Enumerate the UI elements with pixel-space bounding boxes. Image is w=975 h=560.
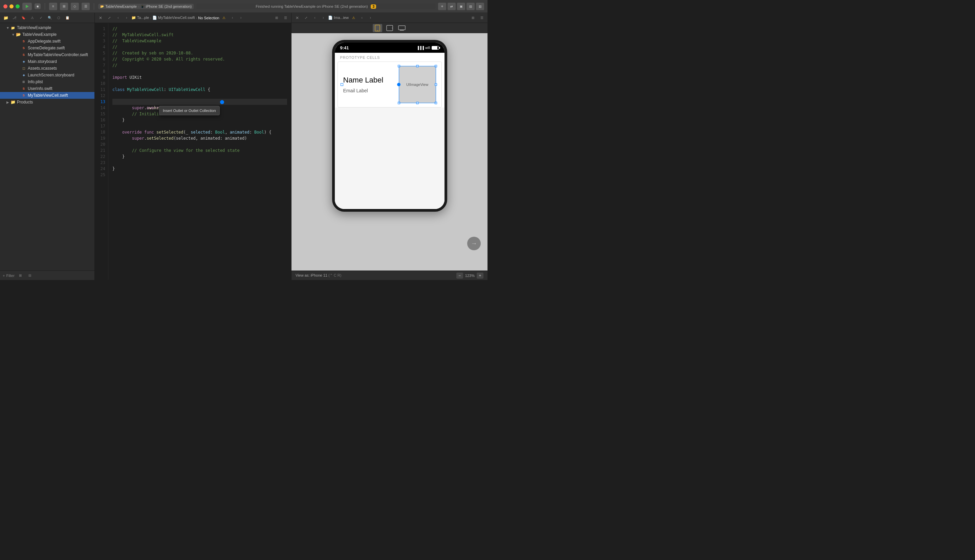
ib-device-mac-btn[interactable]: [397, 24, 406, 32]
ib-breadcrumb: ‹ › 📄 Ima...iew ⚠ ‹ ›: [311, 14, 468, 22]
ib-nav-fwd-2[interactable]: ›: [367, 14, 374, 22]
tree-item-project[interactable]: ▼ 📁 TableViewExample: [0, 24, 94, 31]
code-line-21: // Configure the view for the selected s…: [112, 147, 287, 153]
uiimageview-container[interactable]: UIImageView: [399, 66, 436, 103]
ib-canvas[interactable]: 9:41 ▐▐▐ wifi PROTOTYPE CELLS Name Label: [291, 33, 487, 270]
code-line-4: //: [112, 44, 287, 50]
breadcrumb-symbol[interactable]: No Selection: [198, 16, 219, 20]
nav-back-btn[interactable]: ‹: [114, 14, 122, 22]
nav-breadcrumb-fwd[interactable]: ›: [237, 14, 245, 22]
nav-bookmark-icon[interactable]: 🔖: [20, 14, 27, 22]
tree-item-mytableviewcontroller[interactable]: S MyTableTableViewController.swift: [0, 52, 94, 58]
sel-handle-tr[interactable]: [435, 65, 437, 67]
tree-item-launchscreen[interactable]: ◈ LaunchScreen.storyboard: [0, 72, 94, 78]
tree-item-scenedelegate[interactable]: S SceneDelegate.swift: [0, 45, 94, 52]
minimize-button[interactable]: [10, 4, 13, 8]
ib-expand-btn[interactable]: ⤢: [302, 14, 310, 22]
run-button[interactable]: [22, 3, 32, 10]
tree-item-mytableviewcell[interactable]: S MyTableViewCell.swift: [0, 92, 94, 99]
file-name-3: MyTableTableViewController.swift: [28, 52, 88, 57]
tree-item-assets[interactable]: ◫ Assets.xcassets: [0, 65, 94, 72]
split-button[interactable]: ⇄: [448, 3, 456, 10]
ib-device-ipad-btn[interactable]: [385, 24, 395, 32]
layout-button-2[interactable]: ▤: [467, 3, 475, 10]
ib-grid-btn[interactable]: ⊞: [469, 14, 477, 22]
ib-close-btn[interactable]: ✕: [294, 14, 301, 22]
plist-icon: ⊞: [21, 79, 27, 85]
grid-view-btn[interactable]: ⊞: [273, 14, 280, 22]
list-view-btn[interactable]: ☰: [282, 14, 289, 22]
stop-button[interactable]: ■: [35, 3, 41, 9]
tree-item-userinfo[interactable]: S UserInfo.swift: [0, 85, 94, 92]
nav-git-icon[interactable]: ⎇: [11, 14, 18, 22]
zoom-control: − 123% +: [457, 273, 483, 278]
sel-handle-tl[interactable]: [398, 65, 400, 67]
ib-device-iphone-btn[interactable]: [373, 24, 382, 32]
add-button[interactable]: +: [438, 3, 446, 10]
table-cell-preview[interactable]: Name Label Email Label: [338, 62, 442, 108]
sel-handle-bl[interactable]: [398, 102, 400, 104]
nav-report-icon[interactable]: 📋: [64, 14, 71, 22]
nav-warning-icon[interactable]: ⚠: [28, 14, 36, 22]
file-name-4: Main.storyboard: [28, 59, 57, 64]
ib-nav-back[interactable]: ‹: [311, 14, 319, 22]
titlebar-right-icons: + ⇄ ▣ ▤ ▥: [438, 3, 484, 10]
close-editor-btn[interactable]: ✕: [97, 14, 104, 22]
ib-nav-fwd[interactable]: ›: [319, 14, 327, 22]
tree-item-mainstoryboard[interactable]: ◈ Main.storyboard: [0, 58, 94, 65]
sort-icon[interactable]: ⊞: [17, 272, 24, 279]
filter-label: Filter: [6, 273, 14, 278]
editor-breadcrumb: ‹ › 📁 Ta...ple › 📄 MyTableViewCell.swift…: [114, 14, 271, 22]
wifi-icon: wifi: [425, 46, 430, 50]
code-area[interactable]: // // MyTableViewCell.swift // TableView…: [108, 23, 291, 280]
nav-fwd-btn[interactable]: ›: [123, 14, 130, 22]
layout-button-3[interactable]: ▥: [476, 3, 484, 10]
tree-item-appdelegate[interactable]: S AppDelegate.swift: [0, 38, 94, 45]
sel-handle-mr[interactable]: [435, 83, 437, 86]
breadcrumb-project[interactable]: 📁 Ta...ple: [131, 15, 149, 20]
autocomplete-popup[interactable]: Insert Outlet or Outlet Collection: [159, 106, 220, 115]
scheme-selector[interactable]: 📂 TableViewExample › 📱 iPhone SE (2nd ge…: [98, 4, 194, 9]
tree-item-infoplist[interactable]: ⊞ Info.plist: [0, 78, 94, 85]
view-as-label: View as: iPhone 11 (⌃ C R): [296, 273, 341, 278]
scroll-right-arrow[interactable]: →: [467, 237, 481, 250]
sel-handle-br[interactable]: [435, 102, 437, 104]
ib-breadcrumb-label[interactable]: 📄 Ima...iew: [328, 15, 349, 20]
nav-icon-4[interactable]: ☰: [82, 3, 90, 10]
ib-warning-btn[interactable]: ⚠: [350, 14, 357, 22]
layout-button-1[interactable]: ▣: [457, 3, 465, 10]
breadcrumb-file[interactable]: 📄 MyTableViewCell.swift: [152, 15, 195, 20]
nav-test-icon[interactable]: ✓: [37, 14, 45, 22]
code-line-18: override func setSelected(_ selected: Bo…: [112, 129, 287, 135]
sel-handle-tm[interactable]: [416, 65, 418, 67]
warning-nav-btn[interactable]: ⚠: [221, 14, 228, 22]
ib-nav-back-2[interactable]: ‹: [358, 14, 366, 22]
scheme-name: TableViewExample: [105, 4, 137, 8]
nav-debug-icon[interactable]: 🔍: [46, 14, 54, 22]
nav-icon-1[interactable]: ≡: [49, 3, 57, 10]
nav-icon-2[interactable]: ⊞: [60, 3, 68, 10]
connection-dot-imageview[interactable]: [397, 83, 400, 86]
expand-btn[interactable]: ⤢: [105, 14, 113, 22]
sel-handle-label[interactable]: [341, 83, 343, 86]
close-button[interactable]: [3, 4, 7, 8]
nav-icon-3[interactable]: ◇: [71, 3, 79, 10]
phone-notch-bar: 9:41 ▐▐▐ wifi: [335, 43, 445, 53]
editor-content[interactable]: 1 2 3 4 5 6 7 8 9 10 11 12 13 14 15 16 1…: [95, 23, 291, 280]
zoom-out-btn[interactable]: −: [457, 273, 463, 278]
name-label: Name Label: [343, 76, 383, 85]
tree-item-tableviewexample-group[interactable]: ▼ 📂 TableViewExample: [0, 31, 94, 38]
nav-breakpoint-icon[interactable]: ⬡: [55, 14, 62, 22]
zoom-in-btn[interactable]: +: [477, 273, 483, 278]
nav-breadcrumb-back[interactable]: ‹: [229, 14, 236, 22]
tree-item-products[interactable]: ▶ 📁 Products: [0, 99, 94, 105]
svg-rect-2: [386, 25, 393, 31]
grid-icon[interactable]: ⊟: [26, 272, 33, 279]
ib-list-btn[interactable]: ☰: [478, 14, 485, 22]
nav-folder-icon[interactable]: 📁: [2, 14, 10, 22]
code-line-20: [112, 142, 287, 147]
fullscreen-button[interactable]: [15, 4, 20, 8]
warning-badge[interactable]: 3: [371, 4, 376, 9]
sel-handle-bm[interactable]: [416, 102, 418, 104]
filter-button[interactable]: + Filter: [3, 273, 15, 278]
